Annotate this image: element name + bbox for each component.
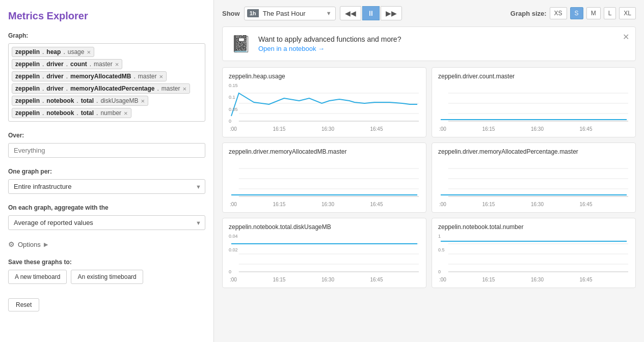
x-axis: :0016:1516:3016:45: [438, 202, 629, 207]
graph-size-label: Graph size:: [511, 10, 547, 17]
one-graph-select-wrapper: Entire infrastructure ▼: [8, 179, 205, 194]
metric-tag: zeppelin.driver.memoryAllocatedMB.master…: [12, 71, 167, 81]
options-row[interactable]: ⚙ Options ▶: [8, 240, 205, 248]
notebook-icon: 📓: [231, 34, 251, 53]
banner-link[interactable]: Open in a notebook →: [258, 45, 325, 52]
left-panel: Metrics Explorer Graph: zeppelin.heap.us…: [0, 0, 214, 342]
tag-remove-icon[interactable]: ×: [87, 49, 91, 55]
gear-icon: ⚙: [8, 240, 15, 248]
chart-svg: [438, 234, 629, 274]
chart-area: :0016:1516:3016:45: [438, 158, 629, 209]
metric-tag: zeppelin.heap.usage ×: [12, 47, 94, 57]
chart-area: 0.040.020:0016:1516:3016:45: [229, 234, 420, 284]
nav-pause-button[interactable]: ⏸: [362, 6, 380, 20]
graph-label: Graph:: [8, 32, 205, 39]
right-panel: Show 1h The Past HourThe Past 4 HoursThe…: [214, 0, 644, 342]
toolbar-left: Show 1h The Past HourThe Past 4 HoursThe…: [222, 6, 402, 20]
one-graph-select[interactable]: Entire infrastructure: [8, 179, 205, 194]
over-label: Over:: [8, 132, 205, 139]
x-axis: :0016:1516:3016:45: [438, 277, 629, 282]
panel-title: Metrics Explorer: [8, 10, 205, 22]
graph-tags-box[interactable]: zeppelin.heap.usage ×zeppelin.driver.cou…: [8, 43, 205, 122]
banner: 📓 Want to apply advanced functions and m…: [222, 26, 636, 61]
tag-remove-icon[interactable]: ×: [115, 61, 119, 68]
x-axis: :0016:1516:3016:45: [229, 126, 420, 132]
chart-area: :0016:1516:3016:45: [229, 158, 420, 209]
aggregate-select-wrapper: Average of reported values ▼: [8, 215, 205, 230]
toolbar: Show 1h The Past HourThe Past 4 HoursThe…: [222, 6, 636, 20]
x-axis: :0016:1516:3016:45: [438, 126, 629, 132]
banner-close-icon[interactable]: ✕: [623, 32, 629, 42]
aggregate-label: On each graph, aggregate with the: [8, 204, 205, 211]
size-s-button[interactable]: S: [570, 7, 583, 19]
chart-title: zeppelin.driver.memoryAllocatedPercentag…: [438, 148, 629, 155]
nav-forward-button[interactable]: ▶▶: [381, 6, 402, 20]
chart-title: zeppelin.driver.count.master: [438, 73, 629, 80]
nav-back-button[interactable]: ◀◀: [340, 6, 361, 20]
metric-tag: zeppelin.notebook.total.diskUsageMB ×: [12, 96, 148, 106]
chart-title: zeppelin.notebook.total.diskUsageMB: [229, 223, 420, 231]
chart-area: 0.150.10.050:0016:1516:3016:45: [229, 83, 420, 134]
chart-card: zeppelin.heap.usage0.150.10.050:0016:151…: [222, 67, 426, 137]
size-xs-button[interactable]: XS: [550, 7, 567, 19]
metric-tag: zeppelin.driver.count.master ×: [12, 59, 122, 69]
chart-title: zeppelin.driver.memoryAllocatedMB.master: [229, 148, 420, 155]
x-axis: :0016:1516:3016:45: [229, 277, 420, 282]
time-select[interactable]: The Past HourThe Past 4 HoursThe Past Da…: [244, 7, 336, 20]
chart-title: zeppelin.notebook.total.number: [438, 223, 629, 231]
chart-grid: zeppelin.heap.usage0.150.10.050:0016:151…: [222, 67, 636, 288]
aggregate-section: On each graph, aggregate with the Averag…: [8, 204, 205, 230]
chart-card: zeppelin.notebook.total.diskUsageMB0.040…: [222, 218, 426, 288]
chart-svg: [229, 234, 420, 274]
aggregate-select[interactable]: Average of reported values: [8, 215, 205, 230]
chart-card: zeppelin.driver.memoryAllocatedPercentag…: [432, 142, 636, 213]
save-section: Save these graphs to: A new timeboard An…: [8, 259, 205, 284]
options-expand-icon: ▶: [44, 241, 48, 248]
chart-title: zeppelin.heap.usage: [229, 73, 420, 80]
size-l-button[interactable]: L: [604, 7, 616, 19]
new-timeboard-button[interactable]: A new timeboard: [8, 270, 67, 284]
chart-area: 10.50:0016:1516:3016:45: [438, 234, 629, 284]
metric-tag: zeppelin.driver.memoryAllocatedPercentag…: [12, 83, 190, 94]
tag-remove-icon[interactable]: ×: [124, 110, 128, 117]
tag-remove-icon[interactable]: ×: [183, 86, 187, 92]
banner-text: Want to apply advanced functions and mor…: [258, 35, 627, 52]
chart-svg: [438, 83, 629, 124]
chart-svg: [438, 158, 629, 199]
chart-svg: [229, 158, 420, 199]
options-label: Options: [18, 241, 41, 248]
over-section: Over:: [8, 132, 205, 158]
x-axis: :0016:1516:3016:45: [229, 202, 420, 207]
chart-card: zeppelin.notebook.total.number10.50:0016…: [432, 218, 636, 288]
time-select-wrapper: 1h The Past HourThe Past 4 HoursThe Past…: [244, 7, 336, 20]
tag-remove-icon[interactable]: ×: [159, 73, 163, 80]
metric-tag: zeppelin.notebook.total.number ×: [12, 108, 131, 118]
one-graph-label: One graph per:: [8, 168, 205, 175]
over-input[interactable]: [8, 143, 205, 158]
existing-timeboard-button[interactable]: An existing timeboard: [71, 270, 143, 284]
size-xl-button[interactable]: XL: [619, 7, 636, 19]
chart-svg: [229, 83, 420, 124]
banner-title: Want to apply advanced functions and mor…: [258, 35, 627, 43]
save-label: Save these graphs to:: [8, 259, 205, 266]
chart-card: zeppelin.driver.memoryAllocatedMB.master…: [222, 142, 426, 213]
nav-buttons: ◀◀ ⏸ ▶▶: [340, 6, 402, 20]
one-graph-section: One graph per: Entire infrastructure ▼: [8, 168, 205, 194]
reset-button[interactable]: Reset: [8, 298, 39, 311]
tag-remove-icon[interactable]: ×: [141, 98, 145, 104]
chart-card: zeppelin.driver.count.master:0016:1516:3…: [432, 67, 636, 137]
size-m-button[interactable]: M: [586, 7, 601, 19]
graph-size-row: Graph size: XS S M L XL: [511, 7, 636, 19]
chart-area: :0016:1516:3016:45: [438, 83, 629, 134]
show-label: Show: [222, 10, 240, 17]
